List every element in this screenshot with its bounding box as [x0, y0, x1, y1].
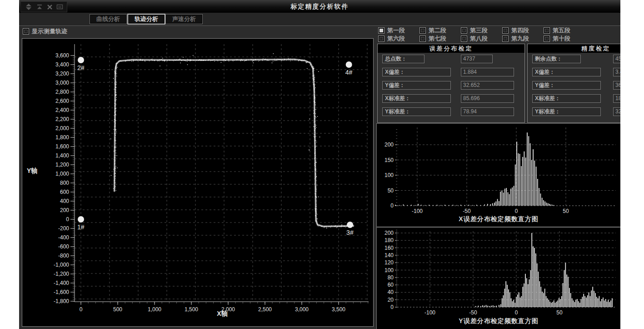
x-stddev-label: X标准差： — [382, 94, 451, 103]
precision-title: 精度检定 — [528, 44, 620, 53]
tab-trajectory-analysis[interactable]: 轨迹分析 — [128, 14, 165, 24]
precision-y-deviation-value[interactable]: 36.2 — [613, 81, 620, 90]
segment-8-checkbox[interactable] — [461, 35, 467, 42]
svg-text:400: 400 — [60, 198, 69, 204]
svg-text:60: 60 — [388, 282, 394, 288]
segment-1-checkbox[interactable] — [378, 27, 384, 34]
svg-text:800: 800 — [60, 180, 69, 186]
segment-4-row[interactable]: 第四段 — [502, 27, 529, 34]
x-deviation-label: X偏差： — [382, 68, 451, 76]
precision-y-deviation-label: Y偏差： — [532, 81, 601, 90]
svg-text:120: 120 — [384, 259, 394, 266]
segment-5-label: 第五段 — [553, 26, 570, 35]
svg-text:100: 100 — [384, 172, 394, 178]
svg-text:2,800: 2,800 — [55, 89, 69, 95]
x-deviation-value[interactable]: 1.884 — [461, 68, 514, 76]
svg-text:0: 0 — [390, 304, 394, 310]
segment-5-row[interactable]: 第五段 — [544, 27, 570, 34]
svg-text:200: 200 — [384, 142, 394, 148]
x-stddev-value[interactable]: 85.696 — [461, 94, 514, 103]
svg-text:-600: -600 — [58, 243, 69, 250]
y-error-histogram-title: Y误差分布检定频数直方图 — [377, 317, 620, 325]
segment-4-checkbox[interactable] — [502, 27, 509, 34]
tab-soundspeed-analysis[interactable]: 声速分析 — [165, 14, 203, 24]
y-stddev-value[interactable]: 78.94 — [461, 107, 514, 116]
segment-10-row[interactable]: 第十段 — [544, 35, 570, 42]
y-error-histogram: 020406080100120140160180200-100-50050 — [377, 228, 619, 318]
show-trajectory-checkbox[interactable] — [23, 28, 29, 35]
segment-6-label: 第六段 — [387, 35, 405, 43]
precision-y-stddev-label: Y标准差： — [532, 107, 601, 116]
precision-x-deviation-label: X偏差： — [532, 68, 601, 76]
app-window: 标定精度分析软件 曲线分析 轨迹分析 声速分析 显示测量轨迹 3,6003,40… — [19, 0, 620, 329]
segment-2-checkbox[interactable] — [419, 27, 426, 34]
show-trajectory-label: 显示测量轨迹 — [32, 27, 67, 35]
segment-5-checkbox[interactable] — [544, 27, 550, 34]
segment-3-checkbox[interactable] — [461, 27, 467, 34]
svg-text:1,000: 1,000 — [55, 171, 69, 177]
segment-1-row[interactable]: 第一段 — [378, 27, 405, 34]
segment-8-label: 第八段 — [470, 35, 488, 43]
segment-3-row[interactable]: 第三段 — [461, 27, 488, 34]
svg-text:100: 100 — [384, 267, 394, 273]
window-title: 标定精度分析软件 — [19, 0, 620, 13]
svg-text:-400: -400 — [58, 234, 69, 241]
svg-text:40: 40 — [388, 289, 394, 295]
svg-text:160: 160 — [384, 245, 394, 251]
svg-text:2,600: 2,600 — [55, 98, 69, 104]
segment-3-label: 第三段 — [470, 26, 488, 35]
y-error-histogram-panel: 020406080100120140160180200-100-50050 Y误… — [376, 227, 620, 329]
segment-1-label: 第一段 — [387, 26, 405, 35]
total-points-value[interactable]: 4737 — [461, 55, 493, 63]
svg-text:2,000: 2,000 — [55, 125, 69, 132]
tab-strip: 曲线分析 轨迹分析 声速分析 — [19, 13, 620, 26]
svg-text:3,400: 3,400 — [55, 61, 69, 68]
y-axis-label: Y轴 — [27, 167, 37, 175]
segment-2-label: 第二段 — [429, 26, 446, 35]
segment-10-checkbox[interactable] — [544, 35, 550, 42]
svg-text:1,800: 1,800 — [55, 134, 69, 141]
svg-text:-1,600: -1,600 — [54, 289, 69, 295]
svg-text:180: 180 — [384, 237, 394, 243]
svg-text:50: 50 — [388, 187, 394, 194]
error-distribution-title: 误差分布检定 — [378, 44, 524, 53]
segment-6-row[interactable]: 第六段 — [378, 35, 405, 42]
svg-text:3,600: 3,600 — [55, 52, 69, 59]
svg-text:2,200: 2,200 — [55, 116, 69, 122]
svg-text:0: 0 — [390, 202, 394, 209]
svg-text:-1,800: -1,800 — [54, 298, 69, 304]
segment-9-checkbox[interactable] — [502, 35, 509, 42]
svg-text:0: 0 — [66, 216, 69, 223]
tab-curve-analysis[interactable]: 曲线分析 — [90, 14, 127, 24]
precision-groupbox: 精度检定 剩余点数： 457 X偏差： 3.44 Y偏差： 36.2 X标准差：… — [527, 44, 620, 123]
screenshot-stage: 标定精度分析软件 曲线分析 轨迹分析 声速分析 显示测量轨迹 3,6003,40… — [0, 0, 644, 329]
segment-7-label: 第七段 — [429, 35, 446, 43]
segment-7-checkbox[interactable] — [419, 35, 426, 42]
svg-text:600: 600 — [60, 189, 69, 195]
svg-text:-800: -800 — [58, 253, 69, 259]
segment-checkbox-area: 第一段 第二段 第三段 第四段 第五段 第六段 第七段 第八段 第九段 第十段 — [376, 26, 620, 43]
svg-text:80: 80 — [388, 274, 394, 281]
segment-6-checkbox[interactable] — [378, 35, 384, 42]
precision-y-stddev-value[interactable]: 32.0 — [613, 107, 620, 116]
svg-text:200: 200 — [60, 207, 69, 213]
precision-x-stddev-value[interactable]: 18.6 — [613, 94, 620, 103]
precision-x-deviation-value[interactable]: 3.44 — [613, 68, 620, 76]
y-deviation-label: Y偏差： — [382, 81, 451, 90]
svg-text:50: 50 — [556, 309, 563, 316]
svg-text:50: 50 — [563, 208, 569, 214]
y-deviation-value[interactable]: 32.652 — [461, 81, 514, 90]
segment-7-row[interactable]: 第七段 — [419, 35, 446, 42]
segment-2-row[interactable]: 第二段 — [419, 27, 446, 34]
svg-text:-1,200: -1,200 — [54, 271, 69, 277]
precision-x-stddev-label: X标准差： — [532, 94, 601, 103]
segment-9-row[interactable]: 第九段 — [502, 35, 529, 42]
y-stddev-label: Y标准差： — [382, 107, 451, 116]
x-error-histogram-title: X误差分布检定频数直方图 — [377, 215, 620, 223]
show-trajectory-row: 显示测量轨迹 — [23, 27, 67, 35]
segment-8-row[interactable]: 第八段 — [461, 35, 488, 42]
remaining-points-value[interactable]: 457 — [613, 55, 620, 63]
remaining-points-label: 剩余点数： — [532, 55, 581, 63]
svg-text:3,200: 3,200 — [55, 71, 69, 77]
segment-9-label: 第九段 — [511, 35, 529, 43]
